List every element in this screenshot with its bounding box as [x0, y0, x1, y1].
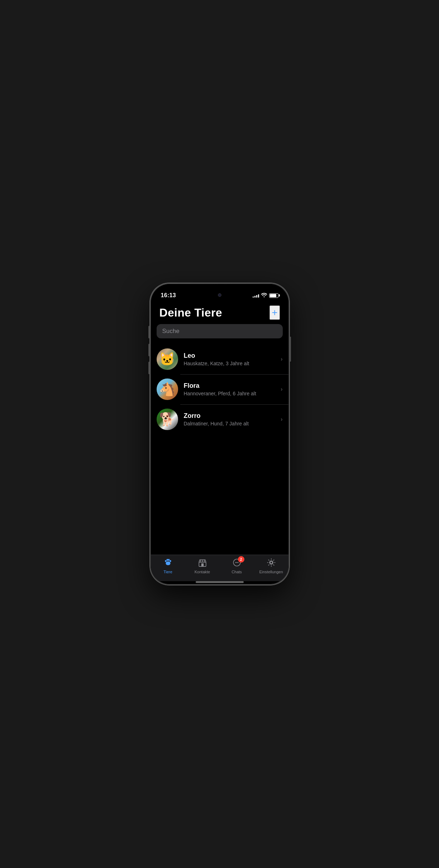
- status-time: 16:13: [161, 292, 176, 299]
- signal-bar-4: [258, 294, 259, 298]
- status-icons: [253, 293, 278, 298]
- tab-bar: Tiere: [151, 555, 288, 581]
- animal-info-leo: Leo Hauskatze, Katze, 3 Jahre alt: [184, 352, 278, 366]
- gear-icon: [267, 558, 276, 569]
- home-bar: [196, 581, 244, 583]
- animal-avatar-leo: [157, 348, 178, 370]
- tab-kontakte-icon-wrap: [198, 558, 207, 569]
- phone-frame: 16:13: [150, 283, 290, 585]
- svg-point-11: [236, 562, 237, 563]
- chevron-icon-leo: ›: [281, 356, 282, 362]
- signal-bar-1: [253, 296, 254, 298]
- chevron-icon-flora: ›: [281, 386, 282, 392]
- animal-info-zorro: Zorro Dalmatiner, Hund, 7 Jahre alt: [184, 412, 278, 426]
- home-indicator: [151, 581, 288, 584]
- animal-info-flora: Flora Hannoveraner, Pferd, 6 Jahre alt: [184, 382, 278, 396]
- animal-details-flora: Hannoveraner, Pferd, 6 Jahre alt: [184, 391, 278, 396]
- animal-name-zorro: Zorro: [184, 412, 278, 420]
- svg-point-2: [166, 559, 168, 561]
- search-container: Suche: [151, 324, 288, 344]
- animal-name-flora: Flora: [184, 382, 278, 390]
- tab-chats-label: Chats: [232, 570, 242, 574]
- animal-details-leo: Hauskatze, Katze, 3 Jahre alt: [184, 361, 278, 366]
- svg-point-1: [170, 560, 171, 562]
- search-placeholder: Suche: [162, 328, 180, 335]
- animal-list: Leo Hauskatze, Katze, 3 Jahre alt › Flor…: [151, 344, 288, 555]
- tab-chats-icon-wrap: 2: [232, 558, 242, 569]
- tab-tiere-icon-wrap: [163, 558, 173, 569]
- page-title: Deine Tiere: [159, 306, 222, 319]
- svg-rect-5: [201, 563, 204, 566]
- header: Deine Tiere +: [151, 302, 288, 324]
- dynamic-island: [197, 288, 242, 302]
- camera-dot: [218, 293, 221, 297]
- tab-kontakte-label: Kontakte: [195, 570, 210, 574]
- animal-item-zorro[interactable]: Zorro Dalmatiner, Hund, 7 Jahre alt ›: [151, 404, 288, 434]
- chats-badge: 2: [238, 556, 244, 563]
- tab-tiere[interactable]: Tiere: [156, 558, 181, 574]
- battery-icon: [269, 293, 278, 298]
- search-bar[interactable]: Suche: [157, 324, 283, 338]
- svg-point-12: [237, 562, 238, 563]
- tab-einstellungen[interactable]: Einstellungen: [259, 558, 284, 574]
- animal-details-zorro: Dalmatiner, Hund, 7 Jahre alt: [184, 421, 278, 426]
- svg-point-0: [165, 560, 166, 562]
- animal-item-flora[interactable]: Flora Hannoveraner, Pferd, 6 Jahre alt ›: [151, 374, 288, 404]
- animal-avatar-zorro: [157, 409, 178, 430]
- signal-bars: [253, 293, 259, 298]
- battery-fill: [270, 294, 277, 297]
- tab-kontakte[interactable]: Kontakte: [190, 558, 215, 574]
- add-animal-button[interactable]: +: [269, 305, 280, 320]
- animal-avatar-flora: [157, 378, 178, 400]
- signal-bar-3: [256, 295, 257, 298]
- tab-tiere-label: Tiere: [163, 570, 172, 574]
- shop-icon: [198, 558, 207, 569]
- phone-inner: 16:13: [151, 284, 288, 584]
- tab-chats[interactable]: 2 Chats: [224, 558, 249, 574]
- chevron-icon-zorro: ›: [281, 416, 282, 423]
- signal-bar-2: [254, 296, 256, 298]
- wifi-icon: [261, 293, 267, 298]
- screen: 16:13: [151, 284, 288, 584]
- svg-point-13: [270, 561, 272, 564]
- animal-name-leo: Leo: [184, 352, 278, 360]
- tab-einstellungen-icon-wrap: [267, 558, 276, 569]
- paw-icon: [163, 558, 173, 569]
- animal-item-leo[interactable]: Leo Hauskatze, Katze, 3 Jahre alt ›: [151, 344, 288, 374]
- tab-einstellungen-label: Einstellungen: [259, 570, 283, 574]
- content-area: Deine Tiere + Suche Leo: [151, 302, 288, 555]
- svg-point-10: [235, 562, 236, 563]
- svg-point-3: [168, 559, 170, 561]
